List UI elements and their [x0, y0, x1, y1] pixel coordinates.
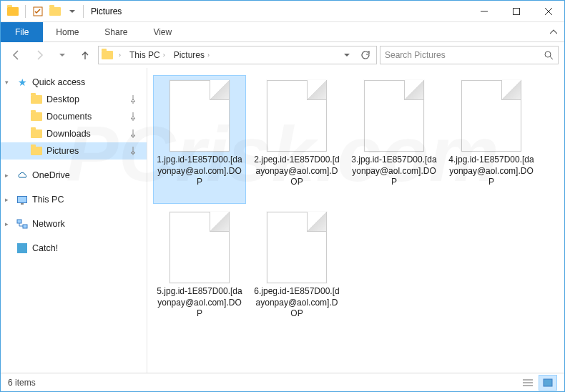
- tab-share[interactable]: Share: [92, 22, 140, 42]
- cloud-icon: [16, 170, 28, 181]
- app-icon: [16, 242, 28, 254]
- file-label: 2.jpeg.id-1E857D00.[dayonpay@aol.com].DO…: [254, 155, 340, 188]
- sidebar-item-desktop[interactable]: Desktop: [1, 91, 147, 108]
- tab-home[interactable]: Home: [43, 22, 92, 42]
- file-item[interactable]: 3.jpg.id-1E857D00.[dayonpay@aol.com].DOP: [348, 75, 441, 204]
- ribbon: File Home Share View: [1, 22, 564, 42]
- sidebar-quick-access[interactable]: ▾ ★ Quick access: [1, 74, 147, 91]
- file-item[interactable]: 2.jpeg.id-1E857D00.[dayonpay@aol.com].DO…: [250, 75, 343, 204]
- search-icon[interactable]: [544, 50, 554, 60]
- svg-rect-8: [23, 225, 27, 228]
- qat-properties-icon[interactable]: [30, 4, 46, 19]
- recent-dropdown-icon[interactable]: [52, 45, 72, 65]
- star-icon: ★: [16, 77, 28, 88]
- sidebar-network[interactable]: ▸ Network: [1, 215, 147, 232]
- sidebar-item-documents[interactable]: Documents: [1, 108, 147, 125]
- file-grid[interactable]: 1.jpg.id-1E857D00.[dayonpay@aol.com].DOP…: [147, 68, 564, 373]
- file-label: 3.jpg.id-1E857D00.[dayonpay@aol.com].DOP: [351, 155, 437, 188]
- folder-icon: [102, 51, 113, 59]
- titlebar: Pictures: [1, 1, 564, 22]
- maximize-button[interactable]: [500, 1, 532, 21]
- folder-icon: [31, 145, 42, 157]
- svg-rect-2: [513, 8, 519, 14]
- status-bar: 6 items: [1, 373, 564, 391]
- ribbon-expand-icon[interactable]: [543, 22, 564, 42]
- explorer-icon[interactable]: [5, 4, 21, 19]
- breadcrumb-chevron[interactable]: ›: [116, 52, 124, 59]
- sidebar-item-label: This PC: [32, 195, 64, 205]
- svg-rect-7: [17, 220, 21, 223]
- breadcrumb-current[interactable]: Pictures›: [171, 50, 212, 60]
- monitor-icon: [16, 194, 28, 205]
- refresh-button[interactable]: [358, 46, 373, 64]
- file-label: 6.jpeg.id-1E857D00.[dayonpay@aol.com].DO…: [254, 286, 340, 320]
- qat-dropdown-icon[interactable]: [64, 4, 80, 19]
- qat-newfolder-icon[interactable]: [47, 4, 63, 19]
- sidebar-item-label: Pictures: [46, 146, 79, 156]
- svg-rect-13: [544, 379, 552, 386]
- chevron-right-icon[interactable]: ▸: [5, 196, 12, 203]
- address-dropdown-icon[interactable]: [339, 46, 355, 64]
- file-label: 1.jpg.id-1E857D00.[dayonpay@aol.com].DOP: [157, 155, 242, 188]
- file-tab[interactable]: File: [1, 22, 43, 42]
- file-icon: [364, 80, 424, 152]
- file-icon: [461, 80, 521, 152]
- file-item[interactable]: 5.jpg.id-1E857D00.[dayonpay@aol.com].DOP: [153, 207, 246, 335]
- folder-icon: [31, 128, 42, 139]
- file-label: 5.jpg.id-1E857D00.[dayonpay@aol.com].DOP: [157, 286, 242, 320]
- view-details-button[interactable]: [519, 375, 537, 391]
- file-item[interactable]: 1.jpg.id-1E857D00.[dayonpay@aol.com].DOP: [153, 75, 246, 204]
- sidebar-item-label: Network: [32, 219, 65, 229]
- chevron-right-icon[interactable]: ▸: [5, 220, 12, 227]
- svg-rect-9: [17, 243, 27, 253]
- chevron-right-icon[interactable]: ▸: [5, 172, 12, 179]
- sidebar-item-downloads[interactable]: Downloads: [1, 125, 147, 142]
- pin-icon: [129, 95, 139, 104]
- up-button[interactable]: [75, 45, 95, 65]
- sidebar-thispc[interactable]: ▸ This PC: [1, 191, 147, 208]
- divider: [83, 5, 84, 18]
- sidebar-onedrive[interactable]: ▸ OneDrive: [1, 167, 147, 184]
- pin-icon: [129, 129, 139, 138]
- svg-line-6: [550, 57, 553, 59]
- file-icon: [170, 80, 230, 152]
- file-icon: [267, 212, 327, 283]
- address-row: › This PC› Pictures› Search Pictures: [1, 42, 564, 68]
- minimize-button[interactable]: [468, 1, 500, 21]
- view-largeicons-button[interactable]: [539, 375, 557, 391]
- sidebar-item-label: Catch!: [32, 243, 58, 253]
- forward-button[interactable]: [29, 45, 49, 65]
- status-count: 6 items: [8, 378, 36, 388]
- sidebar-item-pictures[interactable]: Pictures: [1, 142, 147, 160]
- file-item[interactable]: 4.jpg.id-1E857D00.[dayonpay@aol.com].DOP: [445, 75, 538, 204]
- network-icon: [16, 218, 28, 230]
- close-button[interactable]: [532, 1, 564, 21]
- breadcrumb-label: Pictures: [174, 50, 205, 60]
- svg-point-5: [545, 52, 551, 57]
- sidebar-item-label: Downloads: [46, 129, 91, 139]
- search-input[interactable]: Search Pictures: [380, 46, 559, 64]
- search-placeholder: Search Pictures: [385, 50, 446, 60]
- tab-view[interactable]: View: [140, 22, 185, 42]
- breadcrumb-label: This PC: [129, 50, 160, 60]
- sidebar-item-label: Quick access: [32, 77, 85, 87]
- sidebar-item-label: Documents: [46, 112, 92, 122]
- breadcrumb-thispc[interactable]: This PC›: [127, 50, 168, 60]
- address-bar[interactable]: › This PC› Pictures›: [98, 46, 377, 64]
- divider: [25, 5, 26, 18]
- folder-icon: [31, 111, 42, 122]
- chevron-down-icon[interactable]: ▾: [5, 79, 12, 86]
- folder-icon: [31, 94, 42, 105]
- sidebar-item-label: Desktop: [46, 94, 79, 104]
- back-button[interactable]: [6, 45, 26, 65]
- pin-icon: [129, 112, 139, 121]
- sidebar-item-label: OneDrive: [32, 170, 70, 180]
- sidebar: ▾ ★ Quick access DesktopDocumentsDownloa…: [1, 68, 147, 373]
- pin-icon: [129, 147, 139, 155]
- sidebar-catch[interactable]: Catch!: [1, 240, 147, 257]
- file-label: 4.jpg.id-1E857D00.[dayonpay@aol.com].DOP: [448, 155, 534, 188]
- window-title: Pictures: [91, 6, 122, 16]
- file-item[interactable]: 6.jpeg.id-1E857D00.[dayonpay@aol.com].DO…: [250, 207, 343, 335]
- file-icon: [267, 80, 327, 152]
- file-icon: [170, 212, 230, 283]
